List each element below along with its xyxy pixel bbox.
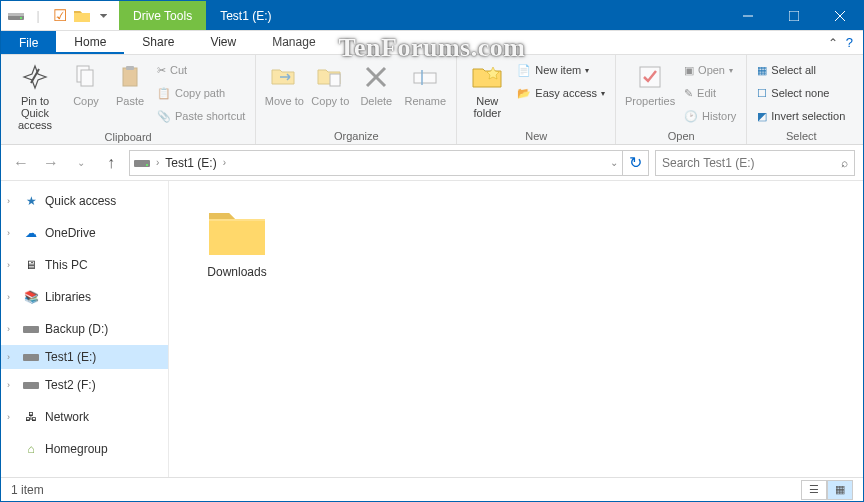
drive-tools-context-tab[interactable]: Drive Tools: [119, 1, 206, 30]
forward-button[interactable]: →: [39, 151, 63, 175]
paste-button[interactable]: Paste: [109, 57, 151, 107]
nav-label: Backup (D:): [45, 322, 108, 336]
pin-quick-access-button[interactable]: Pin to Quick access: [7, 57, 63, 131]
window-title: Test1 (E:): [206, 1, 285, 30]
delete-button[interactable]: Delete: [354, 57, 398, 107]
easy-access-button[interactable]: 📂Easy access▾: [513, 82, 609, 104]
svg-rect-1: [8, 13, 24, 16]
folder-item-downloads[interactable]: Downloads: [187, 199, 287, 283]
chevron-right-icon[interactable]: ›: [7, 228, 10, 238]
close-button[interactable]: [817, 1, 863, 30]
nav-network[interactable]: ›🖧Network: [1, 405, 168, 429]
edit-button[interactable]: ✎Edit: [680, 82, 740, 104]
recent-dropdown[interactable]: ⌄: [69, 151, 93, 175]
folder-icon[interactable]: [73, 7, 91, 25]
rename-icon: [409, 61, 441, 93]
nav-homegroup[interactable]: ⌂Homegroup: [1, 437, 168, 461]
chevron-right-icon[interactable]: ›: [7, 324, 10, 334]
new-folder-button[interactable]: New folder: [463, 57, 511, 119]
history-button[interactable]: 🕑History: [680, 105, 740, 127]
checkbox-icon[interactable]: ☑: [51, 7, 69, 25]
share-tab[interactable]: Share: [124, 31, 192, 54]
easy-access-label: Easy access: [535, 87, 597, 99]
maximize-button[interactable]: [771, 1, 817, 30]
details-view-button[interactable]: ☰: [801, 480, 827, 500]
nav-this-pc[interactable]: ›🖥This PC: [1, 253, 168, 277]
nav-test2-drive[interactable]: ›Test2 (F:): [1, 373, 168, 397]
file-tab[interactable]: File: [1, 31, 56, 54]
breadcrumb-item[interactable]: Test1 (E:): [165, 156, 216, 170]
chevron-right-icon[interactable]: ›: [223, 157, 226, 168]
view-tab[interactable]: View: [192, 31, 254, 54]
select-none-button[interactable]: ☐Select none: [753, 82, 849, 104]
paste-icon: [114, 61, 146, 93]
chevron-right-icon[interactable]: ›: [7, 380, 10, 390]
svg-rect-19: [23, 326, 39, 333]
chevron-right-icon[interactable]: ›: [7, 412, 10, 422]
nav-libraries[interactable]: ›📚Libraries: [1, 285, 168, 309]
nav-label: This PC: [45, 258, 88, 272]
chevron-right-icon[interactable]: ›: [7, 292, 10, 302]
search-input[interactable]: Search Test1 (E:) ⌕: [655, 150, 855, 176]
select-all-button[interactable]: ▦Select all: [753, 59, 849, 81]
manage-tab[interactable]: Manage: [254, 31, 333, 54]
search-placeholder: Search Test1 (E:): [662, 156, 754, 170]
cut-button[interactable]: ✂Cut: [153, 59, 249, 81]
up-button[interactable]: ↑: [99, 151, 123, 175]
chevron-right-icon[interactable]: ›: [7, 260, 10, 270]
copy-path-button[interactable]: 📋Copy path: [153, 82, 249, 104]
svg-rect-17: [134, 160, 150, 167]
qat-dropdown-icon[interactable]: ⏷: [95, 7, 113, 25]
copy-to-icon: [314, 61, 346, 93]
history-dropdown-icon[interactable]: ⌄: [610, 157, 618, 168]
icons-view-button[interactable]: ▦: [827, 480, 853, 500]
drive-icon: [23, 377, 39, 393]
easy-access-icon: 📂: [517, 87, 531, 100]
invert-icon: ◩: [757, 110, 767, 123]
file-list[interactable]: Downloads: [169, 181, 863, 477]
invert-label: Invert selection: [771, 110, 845, 122]
drive-icon: [23, 349, 39, 365]
copy-to-button[interactable]: Copy to: [308, 57, 352, 107]
invert-selection-button[interactable]: ◩Invert selection: [753, 105, 849, 127]
pin-icon: [19, 61, 51, 93]
ribbon-group-select: ▦Select all ☐Select none ◩Invert selecti…: [747, 55, 855, 144]
paste-shortcut-button[interactable]: 📎Paste shortcut: [153, 105, 249, 127]
nav-test1-drive[interactable]: ›Test1 (E:): [1, 345, 168, 369]
properties-label: Properties: [625, 95, 675, 107]
nav-backup-drive[interactable]: ›Backup (D:): [1, 317, 168, 341]
chevron-right-icon[interactable]: ›: [156, 157, 159, 168]
chevron-right-icon[interactable]: ›: [7, 352, 10, 362]
delete-label: Delete: [360, 95, 392, 107]
move-to-button[interactable]: Move to: [262, 57, 306, 107]
nav-onedrive[interactable]: ›☁OneDrive: [1, 221, 168, 245]
rename-button[interactable]: Rename: [400, 57, 450, 107]
copy-label: Copy: [73, 95, 99, 107]
folder-label: Downloads: [207, 265, 266, 279]
new-item-button[interactable]: 📄New item▾: [513, 59, 609, 81]
copy-button[interactable]: Copy: [65, 57, 107, 107]
ribbon-collapse-icon[interactable]: ⌃: [828, 36, 838, 50]
pc-icon: 🖥: [23, 257, 39, 273]
select-none-icon: ☐: [757, 87, 767, 100]
nav-quick-access[interactable]: ›★Quick access: [1, 189, 168, 213]
properties-button[interactable]: Properties: [622, 57, 678, 107]
svg-rect-8: [81, 70, 93, 86]
view-toggle: ☰ ▦: [801, 480, 853, 500]
breadcrumb-bar[interactable]: › Test1 (E:) › ⌄: [129, 150, 623, 176]
help-icon[interactable]: ?: [846, 35, 853, 50]
back-button[interactable]: ←: [9, 151, 33, 175]
chevron-right-icon[interactable]: ›: [7, 196, 10, 206]
open-button[interactable]: ▣Open▾: [680, 59, 740, 81]
clipboard-group-label: Clipboard: [7, 131, 249, 145]
refresh-button[interactable]: ↻: [623, 150, 649, 176]
home-tab[interactable]: Home: [56, 31, 124, 54]
nav-label: Test2 (F:): [45, 378, 96, 392]
dropdown-icon: ▾: [729, 66, 733, 75]
move-to-icon: [268, 61, 300, 93]
new-folder-label: New folder: [463, 95, 511, 119]
minimize-button[interactable]: [725, 1, 771, 30]
svg-rect-9: [123, 68, 137, 86]
network-icon: 🖧: [23, 409, 39, 425]
folder-icon: [205, 203, 269, 259]
